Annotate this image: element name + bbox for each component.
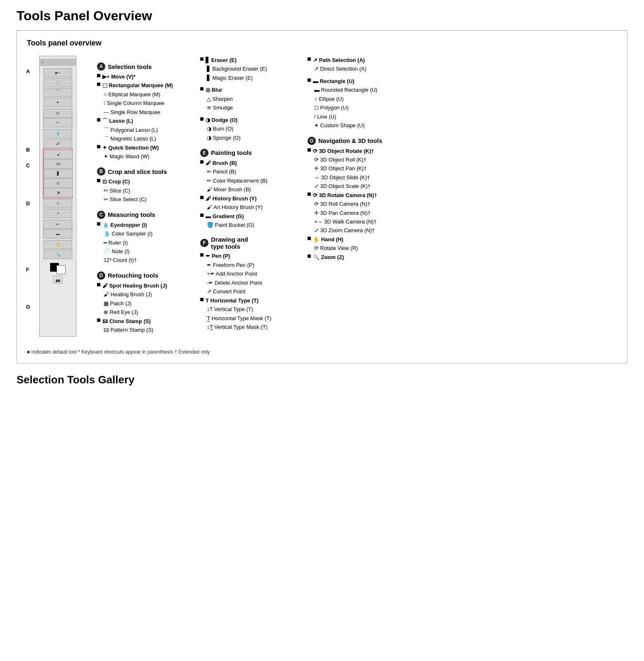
tool-pen[interactable]: ✒ — [43, 220, 72, 229]
tool-history-brush: 🖌 History Brush (Y) — [200, 194, 299, 203]
tool-art-history: 🖌 Art History Brush (Y) — [200, 203, 299, 212]
tool-slice: ✂ Slice (C) — [97, 186, 192, 195]
tool-move[interactable]: ▶+ — [43, 68, 72, 77]
column-3: ↗ Path Selection (A) ↗ Direct Selection … — [308, 56, 617, 337]
tool-horiz-type: T Horizontal Type (T) — [200, 296, 299, 305]
tool-label: ⟳ 3D Rotate Camera (N)† — [313, 191, 377, 200]
tool-label: ↗ Convert Point — [207, 287, 245, 296]
tool-pattern-stamp: 🖂 Pattern Stamp (S) — [97, 326, 192, 334]
tool-label: ✦ Quick Selection (W) — [102, 143, 159, 152]
section-a-title: Selection tools — [108, 63, 152, 70]
badge-d: D — [97, 271, 105, 280]
tool-label: -✒ Delete Anchor Point — [207, 278, 262, 287]
tool-label: 🖌 History Brush (Y) — [206, 194, 257, 203]
tool-eraser[interactable]: ▋ — [44, 169, 73, 178]
blur-group: ◎ Blur △ Sharpen ≋ Smudge — [200, 86, 299, 112]
content-area: A B C D E F G ›› ▶+ ⬚ ⌒ ✦ — [27, 56, 617, 337]
tool-healing[interactable]: 🖌 — [43, 139, 72, 148]
tool-dodge[interactable]: ◑ — [44, 188, 73, 197]
tool-zoom: 🔍 Zoom (Z) — [308, 253, 609, 262]
tools-panel-illustration: A B C D E F G ›› ▶+ ⬚ ⌒ ✦ — [27, 56, 85, 337]
tool-label: 🖂 Pattern Stamp (S) — [104, 326, 154, 334]
section-c-header: C Measuring tools — [97, 211, 192, 219]
tool-label: 🖌 Spot Healing Brush (J) — [102, 281, 167, 290]
section-f-header: F Drawing andtype tools — [200, 236, 299, 250]
tool-freeform-pen: ✒ Freeform Pen (P) — [200, 261, 299, 269]
panel-label-b: B — [26, 147, 30, 153]
tool-move: ▶+ Move (V)* — [97, 72, 192, 81]
tool-label: ✏ Color Replacement (B) — [207, 176, 268, 185]
tool-marquee[interactable]: ⬚ — [43, 78, 72, 87]
tool-label: ▦ Patch (J) — [104, 299, 132, 308]
tool-ellipse: ○ Ellipse (U) — [308, 95, 609, 103]
tool-slice[interactable]: ✂ — [43, 118, 72, 127]
tool-quick-sel: ✦ Quick Selection (W) — [97, 143, 192, 152]
tool-crop[interactable]: ⊡ — [43, 109, 72, 118]
tool-stamp[interactable]: 🖂 — [44, 159, 73, 169]
tool-crop: ⊡ Crop (C) — [97, 177, 192, 186]
tool-label: ◑ Sponge (O) — [207, 133, 241, 142]
tool-label: ⟳ 3D Object Roll (K)† — [314, 155, 367, 164]
tool-hand: ✋ Hand (H) — [308, 235, 609, 244]
bullet — [200, 117, 204, 121]
bullet — [200, 196, 204, 199]
tool-label: 💧 Eyedropper (I) — [102, 221, 147, 229]
tool-label: ▋ Magic Eraser (E) — [207, 74, 253, 82]
tool-3d-walk-cam: +↔ 3D Walk Camera (N)† — [308, 217, 609, 226]
tool-rect[interactable]: ▬ — [43, 229, 72, 238]
bullet — [97, 283, 100, 286]
camera-icon[interactable]: 📷 — [53, 276, 62, 283]
tool-label: ⬚ Rectangular Marquee (M) — [102, 81, 173, 90]
tool-vert-mask: ↕T̲ Vertical Type Mask (T) — [200, 323, 299, 331]
tool-label: ✂ Slice (C) — [104, 186, 130, 195]
tool-single-row: --- Single Row Marquee — [97, 108, 192, 117]
bullet — [308, 57, 311, 61]
tool-label: ⟳ 3D Roll Camera (N)† — [314, 200, 370, 208]
bullet — [97, 145, 100, 148]
tool-zoom[interactable]: 🔍 — [43, 250, 72, 259]
tool-3d-slide: ↔ 3D Object Slide (K)† — [308, 173, 609, 182]
tool-eyedropper[interactable]: 💧 — [43, 129, 72, 138]
tool-label: ✛ 3D Object Pan (K)† — [314, 164, 367, 173]
badge-c: C — [97, 211, 105, 219]
tool-dodge: ◑ Dodge (O) — [200, 116, 299, 124]
background-color[interactable] — [57, 265, 66, 274]
tool-label: T̲ Horizontal Type Mask (T) — [207, 314, 272, 323]
tool-lasso[interactable]: ⌒ — [43, 88, 72, 97]
tool-label: 12³ Count (I)† — [104, 256, 137, 264]
tool-label: ⟳ Rotate View (R) — [314, 244, 358, 252]
tool-pencil: ✏ Pencil (B) — [200, 167, 299, 176]
badge-e: E — [200, 149, 208, 157]
tool-blur[interactable]: ◎ — [44, 178, 73, 188]
tool-type[interactable]: T — [43, 199, 72, 208]
tool-label: ✏ Pencil (B) — [207, 167, 236, 176]
tool-label: ⁝ Single Column Marquee — [104, 99, 164, 107]
section-e-header: E Painting tools — [200, 149, 299, 157]
tool-3d-rot-cam: ⟳ 3D Rotate Camera (N)† — [308, 191, 609, 200]
tool-3d-zoom-cam: ⤢ 3D Zoom Camera (N)† — [308, 226, 609, 235]
tool-mixer: 🖌 Mixer Brush (B) — [200, 185, 299, 194]
bullet — [308, 78, 311, 82]
tool-path[interactable]: ↗ — [43, 209, 72, 218]
tool-blur: ◎ Blur — [200, 86, 299, 94]
tool-sponge: ◑ Sponge (O) — [200, 133, 299, 142]
panel-label-a: A — [26, 68, 30, 74]
tool-clone-stamp: 🖂 Clone Stamp (S) — [97, 317, 192, 326]
panel-header: ›› — [40, 59, 76, 66]
tool-note: 📄 Note (I) — [97, 247, 192, 256]
tool-hand[interactable]: ✋ — [43, 240, 72, 249]
tool-label: +✒ Add Anchor Point — [207, 269, 257, 278]
column-1: A Selection tools ▶+ Move (V)* ⬚ Rectang… — [97, 56, 200, 337]
tool-lasso: ⌒ Lasso (L) — [97, 117, 192, 125]
bullet — [308, 254, 311, 258]
tool-label: ◎ Blur — [206, 86, 223, 94]
tool-magic-wand[interactable]: ✦ — [43, 98, 72, 107]
tool-rect-marquee: ⬚ Rectangular Marquee (M) — [97, 81, 192, 90]
tool-label: ✒ Freeform Pen (P) — [207, 261, 254, 269]
tool-label: 🖌 Art History Brush (Y) — [207, 203, 263, 212]
tool-label: ⌒ Polygonal Lasso (L) — [104, 126, 158, 134]
tool-label: ▬ Rounded Rectangle (U) — [314, 86, 377, 94]
tool-brush[interactable]: 🖌 — [44, 150, 73, 159]
tool-pen: ✒ Pen (P) — [200, 252, 299, 260]
tool-gradient: ▬ Gradient (G) — [200, 212, 299, 221]
